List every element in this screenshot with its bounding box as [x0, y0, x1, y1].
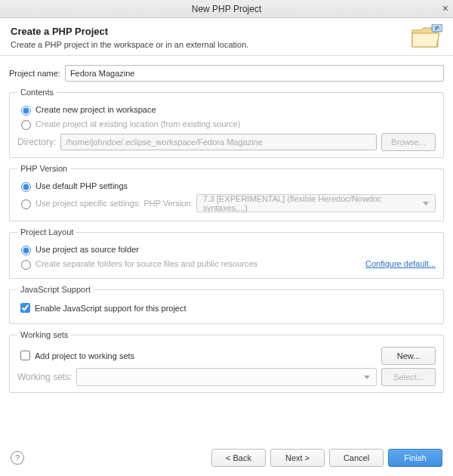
working-sets-label: Working sets:: [17, 372, 72, 382]
new-working-set-button[interactable]: New...: [381, 347, 436, 365]
wizard-banner: Create a PHP Project Create a PHP projec…: [0, 18, 453, 56]
radio-default-php[interactable]: Use default PHP settings: [17, 180, 436, 192]
working-sets-dropdown: [76, 368, 377, 386]
radio-new-project[interactable]: Create new project in workspace: [17, 104, 436, 116]
working-sets-group: Working sets Add project to working sets…: [9, 330, 444, 393]
wizard-footer: ? < Back Next > Cancel Finish: [0, 440, 453, 476]
radio-source-folder-input[interactable]: [21, 246, 31, 255]
directory-label: Directory:: [17, 137, 56, 147]
radio-new-project-input[interactable]: [21, 106, 31, 116]
directory-input: [60, 134, 377, 150]
checkbox-add-working-sets[interactable]: Add project to working sets: [17, 348, 134, 363]
radio-separate-folders-input[interactable]: [21, 260, 31, 270]
radio-specific-php-input[interactable]: [21, 199, 31, 209]
working-sets-legend: Working sets: [17, 330, 71, 339]
window-title: New PHP Project: [192, 4, 261, 14]
radio-existing-location[interactable]: Create project at existing location (fro…: [17, 118, 436, 130]
banner-subtitle: Create a PHP project in the workspace or…: [11, 40, 442, 49]
radio-new-project-label: Create new project in workspace: [35, 105, 156, 114]
checkbox-js-support-label: Enable JavaScript support for this proje…: [35, 304, 186, 313]
title-bar: New PHP Project ×: [0, 0, 453, 18]
radio-default-php-input[interactable]: [21, 182, 31, 192]
php-folder-icon: P: [411, 24, 442, 52]
svg-text:P: P: [435, 25, 439, 32]
cancel-button[interactable]: Cancel: [329, 449, 384, 467]
checkbox-add-working-sets-label: Add project to working sets: [35, 351, 134, 360]
php-version-group: PHP Version Use default PHP settings Use…: [9, 164, 444, 221]
php-version-legend: PHP Version: [17, 164, 70, 173]
checkbox-js-support[interactable]: Enable JavaScript support for this proje…: [17, 301, 436, 315]
radio-existing-location-label: Create project at existing location (fro…: [35, 119, 240, 128]
radio-source-folder-label: Use project as source folder: [35, 245, 139, 254]
radio-separate-folders-label: Create separate folders for source files…: [35, 259, 257, 268]
js-support-group: JavaScript Support Enable JavaScript sup…: [9, 285, 444, 324]
radio-source-folder[interactable]: Use project as source folder: [17, 243, 436, 255]
close-icon[interactable]: ×: [442, 2, 448, 14]
project-name-row: Project name:: [9, 65, 444, 82]
php-version-dropdown: 7.3 [EXPERIMENTAL] (flexible Heredoc/Now…: [196, 194, 436, 212]
banner-heading: Create a PHP Project: [11, 26, 442, 37]
radio-default-php-label: Use default PHP settings: [35, 181, 128, 190]
php-version-label: PHP Version:: [143, 199, 193, 208]
php-version-value: 7.3 [EXPERIMENTAL] (flexible Heredoc/Now…: [203, 194, 423, 212]
radio-existing-location-input[interactable]: [21, 120, 31, 130]
finish-button[interactable]: Finish: [388, 449, 442, 467]
project-name-label: Project name:: [9, 69, 60, 78]
next-button[interactable]: Next >: [270, 449, 325, 467]
checkbox-add-working-sets-input[interactable]: [20, 351, 30, 360]
back-button[interactable]: < Back: [211, 449, 266, 467]
browse-button: Browse...: [381, 133, 436, 151]
chevron-down-icon: [364, 376, 370, 379]
configure-default-link[interactable]: Configure default...: [365, 259, 436, 268]
help-icon[interactable]: ?: [11, 451, 24, 465]
chevron-down-icon: [423, 202, 429, 206]
radio-specific-php-label: Use project specific settings:: [35, 199, 140, 208]
project-layout-legend: Project Layout: [17, 227, 76, 236]
select-working-set-button: Select...: [381, 368, 436, 386]
project-name-input[interactable]: [65, 65, 444, 82]
project-layout-group: Project Layout Use project as source fol…: [9, 227, 444, 279]
checkbox-js-support-input[interactable]: [20, 303, 30, 313]
contents-group: Contents Create new project in workspace…: [9, 88, 444, 158]
contents-legend: Contents: [17, 88, 57, 97]
js-support-legend: JavaScript Support: [17, 285, 94, 294]
